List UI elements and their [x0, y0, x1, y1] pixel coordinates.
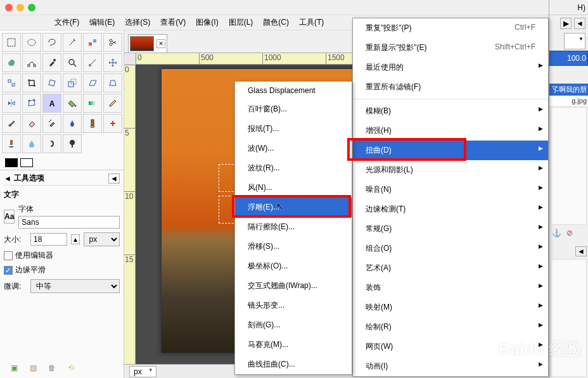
menu-generic[interactable]: 常规(G) — [353, 219, 548, 239]
tool-airbrush[interactable] — [42, 114, 61, 133]
tool-crop[interactable] — [22, 73, 41, 92]
unit-select[interactable]: px — [129, 366, 157, 377]
font-input[interactable] — [18, 216, 120, 229]
minimize-window-icon[interactable] — [16, 4, 24, 11]
sub-newspaper[interactable]: 报纸(T)... — [235, 119, 352, 139]
menu-blur[interactable]: 模糊(B) — [353, 101, 548, 121]
menu-map[interactable]: 映射(M) — [353, 298, 548, 317]
tool-cage[interactable] — [22, 94, 41, 113]
tool-rotate[interactable] — [42, 73, 61, 92]
tool-bucket[interactable] — [63, 94, 82, 113]
size-unit-select[interactable]: px — [84, 232, 120, 246]
tool-dodge[interactable] — [63, 134, 82, 153]
tab-close-button[interactable]: × — [157, 39, 165, 48]
anchor-icon[interactable]: ⚓ — [552, 229, 561, 237]
tool-text[interactable]: A — [42, 94, 61, 113]
sub-wave[interactable]: 波(W)... — [235, 139, 352, 158]
tool-ellipse-select[interactable] — [22, 33, 41, 52]
sub-erase[interactable]: 隔行擦除(E)... — [235, 217, 352, 237]
tool-eyedropper[interactable] — [42, 53, 61, 72]
antialias-checkbox[interactable]: ✓ — [4, 266, 13, 275]
sub-emboss[interactable]: 浮雕(E)... — [235, 198, 352, 217]
tool-ink[interactable] — [63, 114, 82, 133]
background-color[interactable] — [20, 158, 33, 167]
tool-perspective[interactable] — [103, 73, 122, 92]
dock-icon[interactable]: ◄ — [108, 173, 120, 184]
tool-measure[interactable] — [83, 53, 102, 72]
layer-name-1[interactable]: 孓啊我的朋 — [549, 84, 588, 96]
tool-shear[interactable] — [83, 73, 102, 92]
menu-tools[interactable]: 工具(T) — [295, 16, 328, 29]
sub-mosaic[interactable]: 马赛克(M)... — [235, 335, 352, 355]
tool-foreground-select[interactable] — [2, 53, 21, 72]
tool-lasso[interactable] — [42, 33, 61, 52]
tool-rect-select[interactable] — [2, 33, 21, 52]
sub-iwrap[interactable]: 交互式翘曲(IWrap)... — [235, 276, 352, 296]
tool-zoom[interactable] — [63, 53, 82, 72]
sub-shift[interactable]: 滑移(S)... — [235, 237, 352, 256]
tool-eraser[interactable] — [22, 114, 41, 133]
delete-options-icon[interactable]: 🗑 — [47, 363, 57, 373]
menu-distort[interactable]: 扭曲(D) — [353, 141, 548, 160]
menu-edge-detect[interactable]: 边缘检测(T) — [353, 199, 548, 219]
dock-config2-icon[interactable]: ◄ — [575, 246, 587, 256]
menu-reshow[interactable]: 重新显示"投影"(E)Shift+Ctrl+F — [353, 38, 548, 58]
menu-repeat[interactable]: 重复"投影"(P)Ctrl+F — [353, 18, 548, 38]
tool-blur[interactable] — [22, 134, 41, 153]
mode-dropdown[interactable] — [564, 33, 585, 49]
menu-select[interactable]: 选择(S) — [121, 16, 154, 29]
tool-flip[interactable] — [2, 94, 21, 113]
menu-art[interactable]: 艺术(A) — [353, 258, 548, 278]
foreground-color[interactable] — [5, 158, 18, 167]
tool-scale[interactable] — [63, 73, 82, 92]
sub-curve-bend[interactable]: 曲线扭曲(C)... — [235, 355, 352, 374]
tool-gradient[interactable] — [83, 94, 102, 113]
menu-recent[interactable]: 最近使用的 — [353, 58, 548, 77]
tool-pencil[interactable] — [103, 94, 122, 113]
menu-view[interactable]: 查看(V) — [157, 16, 189, 29]
menu-color[interactable]: 颜色(C) — [259, 16, 293, 29]
right-overflow-menu[interactable]: H) — [577, 3, 585, 12]
sub-polar[interactable]: 极坐标(O)... — [235, 256, 352, 276]
tool-scissors[interactable] — [103, 33, 122, 52]
font-preview[interactable]: Aa — [4, 210, 15, 224]
menu-edit[interactable]: 编辑(E) — [86, 16, 118, 29]
tool-align[interactable] — [2, 73, 21, 92]
save-options-icon[interactable]: ▣ — [9, 363, 19, 373]
menu-file[interactable]: 文件(F) — [51, 16, 83, 29]
tool-clone[interactable] — [83, 114, 102, 133]
tool-path[interactable] — [22, 53, 41, 72]
use-editor-checkbox[interactable] — [4, 251, 13, 260]
close-window-icon[interactable] — [5, 4, 13, 11]
image-tab[interactable]: × — [128, 34, 167, 53]
reset-options-icon[interactable]: ⟲ — [66, 363, 76, 373]
menu-combine[interactable]: 组合(O) — [353, 239, 548, 258]
menu-reset-filters[interactable]: 重置所有滤镜(F) — [353, 77, 548, 97]
menu-image[interactable]: 图像(I) — [192, 16, 222, 29]
tool-smudge[interactable] — [42, 134, 61, 153]
menu-noise[interactable]: 噪音(N) — [353, 180, 548, 199]
hinting-select[interactable]: 中等 — [30, 279, 120, 293]
menu-enhance[interactable]: 增强(H) — [353, 121, 548, 141]
maximize-window-icon[interactable] — [28, 4, 35, 11]
sub-engrave[interactable]: 刻画(G)... — [235, 315, 352, 335]
sub-ripple[interactable]: 波纹(R)... — [235, 158, 352, 178]
sub-wind[interactable]: 风(N)... — [235, 178, 352, 198]
layer-name-2[interactable]: g.jpg — [549, 96, 588, 106]
tool-magic-wand[interactable] — [63, 33, 82, 52]
tool-move[interactable] — [103, 53, 122, 72]
menu-light[interactable]: 光源和阴影(L) — [353, 160, 548, 180]
menu-decor[interactable]: 装饰 — [353, 278, 548, 298]
delete-layer-icon[interactable]: ⊘ — [566, 229, 573, 237]
tool-perspective-clone[interactable] — [2, 134, 21, 153]
size-spinner-icon[interactable]: ▴ — [71, 234, 80, 244]
tool-heal[interactable] — [103, 114, 122, 133]
nav-right-icon[interactable]: ▶ — [560, 18, 572, 29]
sub-blinds[interactable]: 百叶窗(B)... — [235, 99, 352, 119]
color-swatch[interactable] — [0, 156, 124, 170]
menu-render[interactable]: 绘制(R) — [353, 317, 548, 337]
menu-layer[interactable]: 图层(L) — [225, 16, 257, 29]
sub-glass[interactable]: Glass Displacement — [235, 82, 352, 99]
sub-lens[interactable]: 镜头形变... — [235, 296, 352, 315]
tool-color-select[interactable] — [83, 33, 102, 52]
